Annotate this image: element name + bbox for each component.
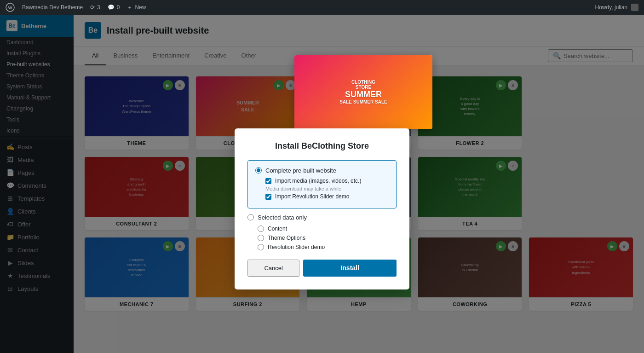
sub-revolution-row: Revolution Slider demo [258, 244, 397, 250]
media-note: Media download may take a while [265, 186, 389, 191]
wp-logo[interactable]: W [6, 3, 15, 12]
option-complete-row: Complete pre-built website [255, 167, 389, 174]
install-dialog-title: Install BeClothing Store [247, 141, 397, 151]
modal-overlay: CLOTHINGSTORESUMMERSALE SUMMER SALE Inst… [0, 0, 644, 353]
import-media-checkbox[interactable] [265, 178, 271, 184]
sub-content-radio[interactable] [258, 226, 264, 232]
option-selected-section: Selected data only Content Theme Options… [247, 214, 397, 250]
comments-btn[interactable]: 💬 0 [108, 4, 120, 11]
import-slider-checkbox[interactable] [265, 194, 271, 200]
import-slider-label: Import Revolution Slider demo [275, 193, 349, 200]
site-name[interactable]: Bawmedia Dev Betheme [22, 4, 83, 11]
sub-revolution-radio[interactable] [258, 244, 264, 250]
preview-popup: CLOTHINGSTORESUMMERSALE SUMMER SALE [294, 55, 432, 129]
admin-right: Howdy, julian [595, 4, 638, 11]
sub-theme-options-label: Theme Options [268, 235, 305, 241]
sub-content-label: Content [268, 226, 287, 232]
cancel-button[interactable]: Cancel [247, 260, 299, 277]
option-complete-card[interactable]: Complete pre-built website Import media … [247, 160, 397, 208]
sub-revolution-label: Revolution Slider demo [268, 244, 325, 250]
sub-theme-row: Theme Options [258, 235, 397, 241]
option-complete-label: Complete pre-built website [265, 167, 336, 174]
updates-btn[interactable]: ⟳ 3 [90, 4, 100, 11]
option-selected-row: Selected data only [247, 214, 397, 221]
preview-thumb: CLOTHINGSTORESUMMERSALE SUMMER SALE [294, 55, 432, 129]
avatar[interactable] [631, 4, 638, 11]
import-media-label: Import media (images, videos, etc.) [275, 178, 361, 184]
import-media-row: Import media (images, videos, etc.) [265, 178, 389, 184]
sub-theme-options-radio[interactable] [258, 235, 264, 241]
admin-bar: W Bawmedia Dev Betheme ⟳ 3 💬 0 ＋ New How… [0, 0, 644, 15]
svg-text:W: W [8, 6, 12, 10]
install-buttons: Cancel Install [247, 260, 397, 277]
sub-content-row: Content [258, 226, 397, 232]
option-selected-radio[interactable] [247, 214, 254, 220]
option-complete-radio[interactable] [255, 167, 262, 174]
install-dialog: Install BeClothing Store Complete pre-bu… [235, 128, 409, 289]
import-slider-row: Import Revolution Slider demo [265, 193, 389, 200]
install-button[interactable]: Install [303, 260, 397, 277]
option-selected-label: Selected data only [258, 214, 307, 221]
new-btn[interactable]: ＋ New [127, 4, 146, 12]
